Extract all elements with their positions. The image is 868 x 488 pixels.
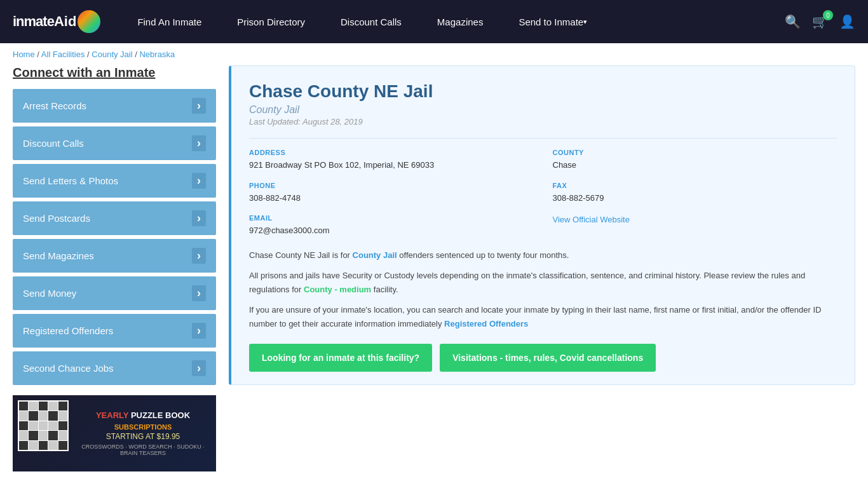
sidebar-item-label: Send Letters & Photos bbox=[23, 175, 118, 186]
logo[interactable]: inmate Aid bbox=[13, 10, 100, 33]
sidebar-item-send-postcards[interactable]: Send Postcards › bbox=[13, 201, 216, 235]
action-buttons: Looking for an inmate at this facility? … bbox=[249, 344, 837, 372]
main-container: Connect with an Inmate Arrest Records › … bbox=[0, 65, 868, 484]
breadcrumb-county-jail[interactable]: County Jail bbox=[92, 50, 132, 59]
logo-icon bbox=[78, 10, 100, 33]
email-block: EMAIL 972@chase3000.com bbox=[249, 214, 534, 237]
fax-value: 308-882-5679 bbox=[553, 192, 837, 205]
website-link[interactable]: View Official Website bbox=[553, 215, 630, 224]
sidebar: Connect with an Inmate Arrest Records › … bbox=[13, 65, 216, 471]
county-medium-link[interactable]: County - medium bbox=[304, 285, 371, 294]
county-block: COUNTY Chase bbox=[553, 149, 837, 172]
arrow-icon: › bbox=[192, 135, 206, 151]
phone-block: PHONE 308-882-4748 bbox=[249, 182, 534, 205]
sidebar-item-label: Arrest Records bbox=[23, 100, 86, 111]
arrow-icon: › bbox=[192, 248, 206, 264]
facility-updated: Last Updated: August 28, 2019 bbox=[249, 117, 837, 126]
nav-discount-calls[interactable]: Discount Calls bbox=[323, 0, 419, 43]
breadcrumb: Home / All Facilities / County Jail / Ne… bbox=[0, 43, 868, 65]
county-label: COUNTY bbox=[553, 149, 837, 156]
navbar: inmate Aid Find An Inmate Prison Directo… bbox=[0, 0, 868, 43]
sidebar-item-label: Send Magazines bbox=[23, 250, 94, 261]
nav-links: Find An Inmate Prison Directory Discount… bbox=[119, 0, 785, 43]
sidebar-item-send-money[interactable]: Send Money › bbox=[13, 276, 216, 310]
ad-text: YEARLY PUZZLE BOOK SUBSCRIPTIONS STARTIN… bbox=[76, 410, 210, 456]
sidebar-item-discount-calls[interactable]: Discount Calls › bbox=[13, 126, 216, 160]
arrow-icon: › bbox=[192, 173, 206, 189]
sidebar-item-label: Registered Offenders bbox=[23, 325, 113, 336]
nav-magazines[interactable]: Magazines bbox=[419, 0, 501, 43]
desc3-text: If you are unsure of your inmate's locat… bbox=[249, 305, 821, 329]
nav-find-inmate[interactable]: Find An Inmate bbox=[119, 0, 219, 43]
facility-card: Chase County NE Jail County Jail Last Up… bbox=[229, 65, 855, 385]
description-3: If you are unsure of your inmate's locat… bbox=[249, 303, 837, 331]
visitations-button[interactable]: Visitations - times, rules, Covid cancel… bbox=[440, 344, 656, 372]
nav-icons: 🔍 🛒 0 👤 bbox=[785, 14, 855, 29]
facility-type: County Jail bbox=[249, 104, 837, 116]
sidebar-title: Connect with an Inmate bbox=[13, 65, 216, 80]
address-block: ADDRESS 921 Broadway St PO Box 102, Impe… bbox=[249, 149, 534, 172]
address-value: 921 Broadway St PO Box 102, Imperial, NE… bbox=[249, 159, 534, 172]
sidebar-menu: Arrest Records › Discount Calls › Send L… bbox=[13, 89, 216, 385]
facility-name: Chase County NE Jail bbox=[249, 81, 837, 102]
fax-block: FAX 308-882-5679 bbox=[553, 182, 837, 205]
sidebar-item-registered-offenders[interactable]: Registered Offenders › bbox=[13, 314, 216, 348]
ad-footer: CROSSWORDS · WORD SEARCH · SUDOKU · BRAI… bbox=[76, 444, 210, 456]
nav-send-to-inmate[interactable]: Send to Inmate bbox=[501, 0, 605, 43]
fax-label: FAX bbox=[553, 182, 837, 189]
content-area: Chase County NE Jail County Jail Last Up… bbox=[229, 65, 855, 471]
county-value: Chase bbox=[553, 159, 837, 172]
phone-label: PHONE bbox=[249, 182, 534, 189]
cart-badge: 0 bbox=[823, 10, 833, 20]
arrow-icon: › bbox=[192, 285, 206, 301]
phone-value: 308-882-4748 bbox=[249, 192, 534, 205]
sidebar-item-label: Discount Calls bbox=[23, 138, 84, 149]
ad-title: YEARLY PUZZLE BOOK bbox=[76, 410, 210, 421]
sidebar-item-send-letters[interactable]: Send Letters & Photos › bbox=[13, 164, 216, 198]
desc1-cont: offenders sentenced up to twenty four mo… bbox=[397, 250, 569, 260]
account-button[interactable]: 👤 bbox=[839, 14, 855, 29]
cart-button[interactable]: 🛒 0 bbox=[812, 14, 828, 29]
county-jail-link[interactable]: County Jail bbox=[353, 250, 397, 260]
logo-text: inmate bbox=[13, 13, 54, 30]
arrow-icon: › bbox=[192, 360, 206, 376]
ad-subtitle: SUBSCRIPTIONS bbox=[76, 423, 210, 431]
search-button[interactable]: 🔍 bbox=[785, 14, 801, 29]
crossword-graphic bbox=[18, 400, 69, 451]
sidebar-item-label: Second Chance Jobs bbox=[23, 363, 114, 374]
registered-offenders-link[interactable]: Registered Offenders bbox=[444, 319, 528, 329]
website-block: View Official Website bbox=[553, 214, 837, 237]
find-inmate-button[interactable]: Looking for an inmate at this facility? bbox=[249, 344, 432, 372]
ad-price: STARTING AT $19.95 bbox=[76, 432, 210, 441]
arrow-icon: › bbox=[192, 210, 206, 226]
description-1: Chase County NE Jail is for County Jail … bbox=[249, 248, 837, 262]
sidebar-item-label: Send Postcards bbox=[23, 213, 90, 224]
address-label: ADDRESS bbox=[249, 149, 534, 156]
desc2-cont: facility. bbox=[371, 285, 398, 294]
arrow-icon: › bbox=[192, 323, 206, 339]
breadcrumb-home[interactable]: Home bbox=[13, 50, 35, 59]
ad-banner[interactable]: YEARLY PUZZLE BOOK SUBSCRIPTIONS STARTIN… bbox=[13, 395, 216, 471]
sidebar-item-label: Send Money bbox=[23, 288, 76, 299]
desc1-text: Chase County NE Jail is for bbox=[249, 250, 353, 260]
sidebar-item-second-chance-jobs[interactable]: Second Chance Jobs › bbox=[13, 351, 216, 385]
breadcrumb-all-facilities[interactable]: All Facilities bbox=[41, 50, 85, 59]
logo-all: Aid bbox=[54, 13, 76, 30]
email-label: EMAIL bbox=[249, 214, 534, 222]
nav-prison-directory[interactable]: Prison Directory bbox=[219, 0, 323, 43]
info-grid: ADDRESS 921 Broadway St PO Box 102, Impe… bbox=[249, 138, 837, 237]
email-value: 972@chase3000.com bbox=[249, 224, 534, 237]
breadcrumb-nebraska[interactable]: Nebraska bbox=[139, 50, 175, 59]
sidebar-item-arrest-records[interactable]: Arrest Records › bbox=[13, 89, 216, 123]
arrow-icon: › bbox=[192, 98, 206, 114]
sidebar-item-send-magazines[interactable]: Send Magazines › bbox=[13, 239, 216, 273]
description-2: All prisons and jails have Security or C… bbox=[249, 269, 837, 297]
